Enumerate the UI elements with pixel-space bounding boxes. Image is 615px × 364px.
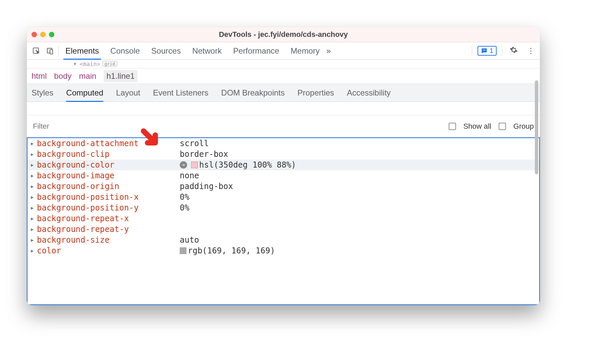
prop-value[interactable]: 0% xyxy=(180,192,189,202)
grid-badge[interactable]: grid xyxy=(102,61,117,67)
prop-value[interactable]: none xyxy=(180,171,199,180)
prop-value-text: rgb(169, 169, 169) xyxy=(188,246,275,255)
prop-row[interactable]: ▶background-repeat-y xyxy=(27,224,539,235)
prop-row[interactable]: ▶background-position-x0% xyxy=(27,192,539,202)
color-swatch[interactable] xyxy=(191,162,198,168)
svg-rect-2 xyxy=(50,50,53,54)
prop-name: background-clip xyxy=(36,149,180,159)
tab-performance[interactable]: Performance xyxy=(228,42,284,59)
computed-properties[interactable]: ▶background-attachmentscroll▶background-… xyxy=(27,137,540,305)
separator xyxy=(58,46,59,56)
disclosure-icon[interactable]: ▶ xyxy=(31,194,36,200)
disclosure-icon[interactable]: ▶ xyxy=(31,237,36,243)
prop-row[interactable]: ▶background-imagenone xyxy=(27,170,539,181)
tab-elements[interactable]: Elements xyxy=(61,42,104,59)
tab-memory[interactable]: Memory xyxy=(286,42,325,59)
prop-value[interactable]: auto xyxy=(180,235,199,245)
prop-name: background-size xyxy=(36,235,180,245)
prop-value-text: 0% xyxy=(180,203,189,213)
tab-console[interactable]: Console xyxy=(106,42,145,59)
group-checkbox[interactable] xyxy=(499,123,506,130)
disclosure-icon[interactable]: ▶ xyxy=(31,184,36,189)
disclosure-icon[interactable]: ▶ xyxy=(31,227,36,232)
disclosure-icon: ▼ xyxy=(74,62,76,66)
prop-value-text: none xyxy=(180,171,199,180)
prop-row[interactable]: ▶background-attachmentscroll xyxy=(27,138,539,149)
spacer-row xyxy=(27,102,540,115)
svg-rect-3 xyxy=(483,50,486,50)
separator xyxy=(502,46,502,56)
show-all-checkbox[interactable] xyxy=(449,123,456,130)
tab-properties[interactable]: Properties xyxy=(297,84,334,102)
prop-row[interactable]: ▶background-originpadding-box xyxy=(27,181,539,192)
tab-accessibility[interactable]: Accessibility xyxy=(347,84,391,102)
device-toggle-icon[interactable] xyxy=(44,45,56,57)
crumb-main[interactable]: main xyxy=(79,71,96,81)
tab-styles[interactable]: Styles xyxy=(32,84,53,102)
prop-value[interactable]: rgb(169, 169, 169) xyxy=(180,246,275,255)
color-swatch[interactable] xyxy=(180,247,186,254)
prop-value-text: auto xyxy=(180,235,199,245)
prop-value-text: scroll xyxy=(180,139,209,148)
main-toolbar: Elements Console Sources Network Perform… xyxy=(27,42,540,60)
sidebar-tabs: Styles Computed Layout Event Listeners D… xyxy=(27,84,540,102)
prop-value-text: hsl(350deg 100% 88%) xyxy=(199,160,296,170)
navigate-icon[interactable]: ➜ xyxy=(180,161,187,169)
prop-row[interactable]: ▶background-sizeauto xyxy=(27,235,539,245)
prop-name: background-origin xyxy=(36,182,180,191)
disclosure-icon[interactable]: ▶ xyxy=(31,162,36,168)
prop-name: background-position-y xyxy=(36,203,180,213)
breadcrumb: html body main h1.line1 xyxy=(27,68,540,84)
prop-row[interactable]: ▶background-color➜hsl(350deg 100% 88%) xyxy=(27,160,539,170)
disclosure-icon[interactable]: ▶ xyxy=(31,141,36,146)
prop-value[interactable]: border-box xyxy=(180,149,228,159)
tab-computed[interactable]: Computed xyxy=(66,84,103,102)
kebab-menu-icon[interactable]: ⋮ xyxy=(525,45,537,57)
prop-value[interactable]: 0% xyxy=(180,203,189,213)
prop-row[interactable]: ▶colorrgb(169, 169, 169) xyxy=(27,245,539,256)
prop-row[interactable]: ▶background-repeat-x xyxy=(27,213,539,224)
disclosure-icon[interactable]: ▶ xyxy=(31,248,36,253)
tab-layout[interactable]: Layout xyxy=(116,84,140,102)
toolbar-right: 1 ⋮ xyxy=(472,45,537,57)
scrollbar-thumb[interactable] xyxy=(535,80,538,174)
devtools-window: DevTools - jec.fyi/demo/cds-anchovy Elem… xyxy=(27,27,540,305)
tab-network[interactable]: Network xyxy=(187,42,226,59)
show-all-label: Show all xyxy=(463,122,491,131)
prop-value[interactable]: ➜hsl(350deg 100% 88%) xyxy=(180,160,296,170)
crumb-body[interactable]: body xyxy=(54,71,71,81)
tab-strip: Elements Console Sources Network Perform… xyxy=(30,42,468,59)
prop-row[interactable]: ▶background-clipborder-box xyxy=(27,149,539,160)
filter-options: Show all Group xyxy=(449,122,534,131)
more-tabs-icon[interactable]: » xyxy=(326,46,331,56)
prop-name: background-image xyxy=(36,171,180,180)
crumb-html[interactable]: html xyxy=(32,71,47,81)
settings-icon[interactable] xyxy=(508,45,520,57)
dom-tag: <main> xyxy=(79,61,100,67)
tab-event-listeners[interactable]: Event Listeners xyxy=(153,84,208,102)
prop-name: background-attachment xyxy=(36,139,180,148)
message-icon xyxy=(481,48,488,54)
titlebar: DevTools - jec.fyi/demo/cds-anchovy xyxy=(27,27,540,42)
prop-value[interactable]: padding-box xyxy=(180,182,233,191)
issues-badge[interactable]: 1 xyxy=(478,46,497,56)
inspect-icon[interactable] xyxy=(30,45,42,57)
tab-sources[interactable]: Sources xyxy=(147,42,185,59)
prop-row[interactable]: ▶background-position-y0% xyxy=(27,202,539,213)
disclosure-icon[interactable]: ▶ xyxy=(31,216,36,221)
separator xyxy=(472,46,472,56)
tab-dom-breakpoints[interactable]: DOM Breakpoints xyxy=(221,84,285,102)
filter-row: Show all Group xyxy=(27,115,540,137)
prop-name: background-color xyxy=(36,160,180,170)
prop-value[interactable]: scroll xyxy=(180,139,209,148)
prop-value-text: border-box xyxy=(180,149,228,159)
window-title: DevTools - jec.fyi/demo/cds-anchovy xyxy=(27,30,540,39)
disclosure-icon[interactable]: ▶ xyxy=(31,205,36,210)
dom-tree-row[interactable]: ▼ <main> grid xyxy=(27,60,540,68)
prop-name: color xyxy=(36,246,180,255)
disclosure-icon[interactable]: ▶ xyxy=(31,151,36,157)
disclosure-icon[interactable]: ▶ xyxy=(31,173,36,178)
filter-input[interactable] xyxy=(33,122,449,131)
crumb-selected[interactable]: h1.line1 xyxy=(104,70,137,82)
scrollbar[interactable] xyxy=(534,80,539,248)
